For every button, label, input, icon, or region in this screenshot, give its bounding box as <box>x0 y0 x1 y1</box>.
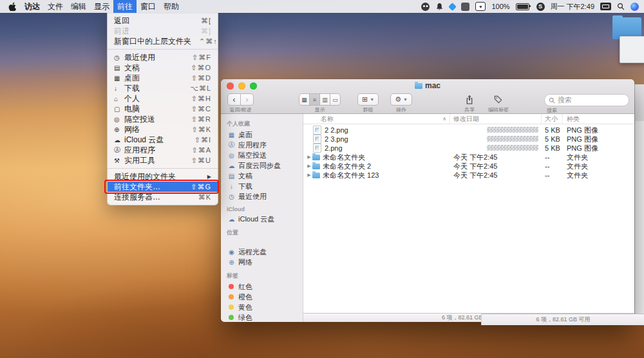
view-mode-button-0[interactable]: ▦ <box>299 93 310 106</box>
go-menu-item-10[interactable]: ◎隔空投送⇧⌘R <box>108 114 218 124</box>
go-menu-item-18[interactable]: 连接服务器…⌘K <box>108 192 218 202</box>
menu-item-shortcut: ⇧⌘U <box>191 156 211 165</box>
minimize-button[interactable] <box>238 82 245 90</box>
gear-icon: ⚙ <box>395 95 401 104</box>
file-row[interactable]: 2 2.png5 KBPNG 图像 <box>303 126 634 135</box>
disclosure-triangle-icon[interactable]: ▶ <box>306 155 312 160</box>
background-window-edge <box>634 84 644 325</box>
forward-button[interactable]: › <box>240 93 254 106</box>
disclosure-triangle-icon[interactable]: ▶ <box>306 173 312 178</box>
column-header-名称[interactable]: 名称∧ <box>303 114 450 124</box>
menu-item-icon: ▤ <box>114 64 124 71</box>
notifications-bell-icon[interactable] <box>435 3 444 11</box>
sidebar-item-隔空投送[interactable]: ◎隔空投送 <box>221 150 303 160</box>
search-input[interactable]: 搜索 <box>544 94 629 106</box>
go-menu-item-4[interactable]: ◷最近使用⇧⌘F <box>108 52 218 62</box>
menu-item-shortcut: ⇧⌘C <box>191 105 211 113</box>
go-menu-item-1[interactable]: 前进⌘] <box>108 26 218 36</box>
file-row[interactable]: 2 3.png5 KBPNG 图像 <box>303 135 634 144</box>
traffic-lights <box>227 82 257 90</box>
go-menu-item-8[interactable]: ⌂个人⇧⌘H <box>108 93 218 104</box>
sidebar-item-下载[interactable]: ↓下载 <box>221 181 303 191</box>
view-mode-button-3[interactable]: ▭ <box>330 93 341 106</box>
file-date-cell <box>450 126 542 134</box>
go-menu-item-16[interactable]: 最近使用的文件夹▶ <box>108 171 218 182</box>
spotlight-search-icon[interactable] <box>617 3 625 10</box>
disclosure-triangle-icon[interactable]: ▶ <box>306 164 312 169</box>
messages-icon[interactable]: ♥ <box>475 2 486 11</box>
menubar-item-帮助[interactable]: 帮助 <box>160 0 183 13</box>
tag-color-dot <box>229 284 234 289</box>
app-status-icon[interactable] <box>461 3 469 11</box>
sidebar-item-最近使用[interactable]: ◷最近使用 <box>221 191 303 202</box>
sidebar-item-红色[interactable]: 红色 <box>221 281 303 292</box>
close-button[interactable] <box>227 82 234 90</box>
sidebar-item-文稿[interactable]: ▤文稿 <box>221 171 303 181</box>
sidebar: 个人收藏▦桌面Ⓐ应用程序◎隔空投送☁百度云同步盘▤文稿↓下载◷最近使用iClou… <box>221 114 303 322</box>
action-button[interactable]: ⚙ ▼ <box>390 93 412 106</box>
sidebar-item-label: 下载 <box>238 182 252 191</box>
menubar-item-前往[interactable]: 前往 <box>113 0 137 13</box>
file-row[interactable]: ▶未命名文件夹 123今天 下午2:45--文件夹 <box>303 171 634 180</box>
sidebar-section-items: ◉远程光盘⊕网络 <box>221 238 303 267</box>
airdrop-status-icon[interactable] <box>449 3 457 11</box>
folder-proxy-icon <box>415 83 422 89</box>
siri-icon[interactable] <box>630 3 639 11</box>
sidebar-item-黄色[interactable]: 黄色 <box>221 302 303 312</box>
zoom-button[interactable] <box>250 82 257 90</box>
menubar-item-文件[interactable]: 文件 <box>44 0 67 13</box>
go-menu-item-12[interactable]: ☁iCloud 云盘⇧⌘I <box>108 135 218 145</box>
group-button[interactable]: ⊞ ▼ <box>357 93 379 106</box>
file-row[interactable]: ▶未命名文件夹今天 下午2:45--文件夹 <box>303 153 634 162</box>
column-header-修改日期[interactable]: 修改日期 <box>450 114 542 124</box>
sidebar-item-icon: ▦ <box>227 131 236 138</box>
sidebar-item-远程光盘[interactable]: ◉远程光盘 <box>221 247 303 257</box>
title-bar[interactable]: mac <box>221 79 634 92</box>
view-mode-button-1[interactable]: ≡ <box>309 93 320 106</box>
back-button[interactable]: ‹ <box>227 93 241 106</box>
sidebar-item-icon: ↓ <box>227 183 236 190</box>
go-menu-item-5[interactable]: ▤文稿⇧⌘O <box>108 62 218 73</box>
column-header-种类[interactable]: 种类 <box>563 114 634 124</box>
view-mode-button-2[interactable]: ▥ <box>319 93 330 106</box>
desktop-file-icon[interactable] <box>620 36 644 63</box>
menubar-item-显示[interactable]: 显示 <box>90 0 113 13</box>
file-date-cell <box>450 135 542 143</box>
image-file-icon <box>313 144 321 153</box>
share-button[interactable] <box>464 93 475 106</box>
edit-tags-button[interactable] <box>492 93 504 106</box>
go-menu-item-9[interactable]: ▢电脑⇧⌘C <box>108 104 218 114</box>
menu-bar-clock[interactable]: 周一 下午2:49 <box>551 2 594 12</box>
sidebar-item-橙色[interactable]: 橙色 <box>221 292 303 302</box>
go-menu-item-0[interactable]: 返回⌘[ <box>108 15 218 26</box>
input-method-icon[interactable] <box>600 3 611 10</box>
sidebar-item-iCloud 云盘[interactable]: ☁iCloud 云盘 <box>221 214 303 224</box>
file-name-cell: ▶未命名文件夹 2 <box>303 162 450 171</box>
go-menu-item-17[interactable]: 前往文件夹…⇧⌘G <box>108 182 218 192</box>
go-menu-item-14[interactable]: ⚒实用工具⇧⌘U <box>108 155 218 165</box>
file-row[interactable]: ▶未命名文件夹 2今天 下午2:45--文件夹 <box>303 162 634 171</box>
go-menu-item-13[interactable]: Ⓐ应用程序⇧⌘A <box>108 145 218 155</box>
go-menu-item-11[interactable]: ⊕网络⇧⌘K <box>108 124 218 135</box>
file-name: 2 3.png <box>325 135 348 143</box>
sidebar-item-百度云同步盘[interactable]: ☁百度云同步盘 <box>221 160 303 171</box>
sidebar-item-桌面[interactable]: ▦桌面 <box>221 129 303 140</box>
go-menu-item-6[interactable]: ▦桌面⇧⌘D <box>108 73 218 83</box>
column-header-大小[interactable]: 大小 <box>542 114 563 124</box>
menubar-item-编辑[interactable]: 编辑 <box>67 0 90 13</box>
menubar-item-访达[interactable]: 访达 <box>21 0 44 13</box>
sidebar-item-绿色[interactable]: 绿色 <box>221 312 303 322</box>
input-app-badge[interactable]: S <box>536 3 545 11</box>
sidebar-item-网络[interactable]: ⊕网络 <box>221 257 303 267</box>
group-control: ⊞ ▼ 群组 <box>357 93 379 113</box>
user-switch-icon[interactable] <box>421 3 430 11</box>
file-name-cell: 2 2.png <box>303 126 450 135</box>
go-menu-item-2[interactable]: 新窗口中的上层文件夹⌃⌘↑ <box>108 36 218 46</box>
file-row[interactable]: 2.png5 KBPNG 图像 <box>303 144 634 153</box>
sidebar-item-应用程序[interactable]: Ⓐ应用程序 <box>221 140 303 150</box>
apple-menu[interactable] <box>4 2 21 11</box>
go-menu-item-7[interactable]: ↓下载⌥⌘L <box>108 83 218 93</box>
sidebar-item-label: 百度云同步盘 <box>238 161 281 171</box>
window-chrome: mac ‹ › 返回/前进 ▦≡▥▭ 显示 ⊞ <box>221 79 634 114</box>
menubar-item-窗口[interactable]: 窗口 <box>137 0 160 13</box>
